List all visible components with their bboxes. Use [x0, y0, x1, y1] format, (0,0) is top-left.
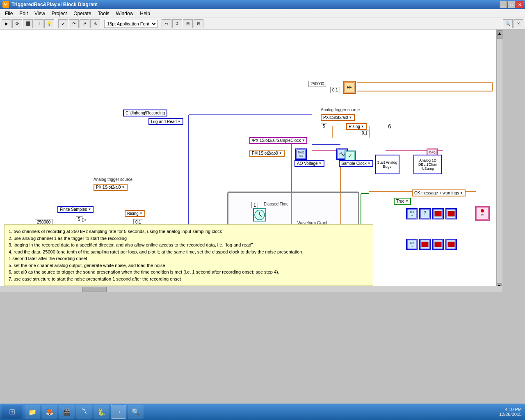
log-and-read-dropdown[interactable]: Log and Read ▼ — [148, 118, 183, 125]
menu-operate[interactable]: Operate — [70, 10, 94, 17]
svg-text:DAQ: DAQ — [298, 151, 304, 154]
main-diagram-area: 250000 0.1 ▶▶ Analog trigger source PXI1… — [0, 30, 502, 292]
svg-text:100: 100 — [410, 242, 414, 244]
note-6: 6. set ai0 as the source to trigger the … — [9, 269, 369, 276]
warn-button[interactable]: ⚠ — [90, 19, 100, 28]
num-01-top: 0.1 — [330, 87, 340, 93]
svg-text:⇌: ⇌ — [481, 213, 484, 217]
svg-rect-52 — [435, 242, 441, 247]
ao-voltage-dropdown[interactable]: AO Voltage ▼ — [294, 160, 324, 167]
menu-view[interactable]: View — [31, 10, 48, 17]
taskbar-python[interactable]: 🐍 — [94, 405, 109, 419]
vi-daqmx5: 100 ⇒ — [406, 208, 418, 219]
window-controls: _ □ ✕ — [500, 1, 523, 8]
menu-project[interactable]: Project — [48, 10, 70, 17]
app-icon: VI — [2, 1, 9, 8]
note-7: 7. use case structure to start the noise… — [9, 276, 369, 283]
taskbar: ⊞ 📁 🦊 🎬 〽 🐍 → 🔍 4:10 PM 12/26/2015 — [0, 404, 525, 420]
vi-daqmx6: ? — [419, 208, 431, 219]
pxi-sample-clock-dropdown-top[interactable]: /PXI1Slot2/ai/SampleClock ▼ — [249, 137, 307, 144]
analog-1d-dbl-block: Analog 1D DBL 1Chan NSamp — [413, 155, 442, 174]
maximize-button[interactable]: □ — [508, 1, 515, 8]
distribute-button[interactable]: ⇕ — [172, 19, 182, 28]
step6-label: 6 — [388, 123, 391, 130]
vi-icon-top-right: ▶▶ — [343, 81, 356, 94]
taskbar-date: 12/26/2015 — [499, 412, 522, 417]
elapsed-time-label: Elapsed Time — [264, 202, 289, 206]
highlight-button[interactable]: 💡 — [44, 19, 54, 28]
svg-rect-54 — [448, 242, 454, 247]
svg-rect-40 — [435, 211, 441, 216]
menu-help[interactable]: Help — [137, 10, 153, 17]
vscrollbar[interactable]: ▲ ▼ — [496, 30, 502, 292]
rising-dropdown-left[interactable]: Rising ▼ — [125, 210, 145, 217]
font-selector[interactable]: 15pt Application Font — [104, 20, 158, 28]
hscrollbar[interactable] — [0, 286, 502, 292]
align-button[interactable]: ⇔ — [162, 19, 171, 28]
taskbar-time: 4:10 PM — [505, 407, 522, 412]
vi-daqmx1: DAQ mx — [295, 148, 307, 160]
svg-text:⇒: ⇒ — [411, 214, 413, 217]
num-250000-top: 250000 — [308, 81, 326, 87]
num-5-left: 5 — [76, 216, 82, 222]
analog-trigger-source-label-left: Analog trigger source — [94, 177, 132, 182]
num-5-top: 5 — [321, 123, 327, 129]
note-3: 3. logging in the recorded data to a spe… — [9, 242, 369, 249]
pxi-ai0-dropdown-left[interactable]: PXI1Slot2/ai0 ▼ — [94, 184, 128, 191]
run-continuously-button[interactable]: ⟳ — [12, 19, 22, 28]
pxi-ai0-dropdown-top[interactable]: PXI1Slot2/ai0 ▼ — [321, 114, 355, 121]
menu-window[interactable]: Window — [113, 10, 137, 17]
vi-daqmx10 — [419, 239, 431, 250]
taskbar-matlab[interactable]: 〽 — [76, 405, 92, 419]
pause-button[interactable]: ⏸ — [34, 19, 43, 28]
svg-text:100: 100 — [410, 211, 414, 213]
menu-file[interactable]: File — [2, 10, 16, 17]
taskbar-explorer[interactable]: 📁 — [25, 405, 40, 419]
minimize-button[interactable]: _ — [500, 1, 507, 8]
title-bar: VI TriggeredRec&Play.vi Block Diagram _ … — [0, 0, 525, 9]
vi-daqmx9: 100 ⇒ — [406, 239, 418, 250]
toolbar: ▶ ⟳ ⬛ ⏸ 💡 ↙ ↷ ↗ ⚠ 15pt Application Font … — [0, 18, 525, 30]
note-1: 1. two channels of recording at 250 kHz … — [9, 228, 369, 235]
pxi-ao0-dropdown[interactable]: PXI1Slot2/ao0 ▼ — [249, 150, 285, 157]
svg-text:mx: mx — [299, 155, 303, 158]
start-analog-edge-top: Start Analog Edge — [375, 155, 399, 174]
resize-button[interactable]: ⊞ — [183, 19, 193, 28]
run-button[interactable]: ▶ — [2, 19, 11, 28]
note-2: 2. use analog channel 1 as the trigger t… — [9, 235, 369, 242]
step-out-button[interactable]: ↗ — [80, 19, 89, 28]
help-button[interactable]: ? — [514, 19, 523, 28]
sample-clock-dropdown-top[interactable]: Sample Clock ▼ — [339, 160, 373, 167]
filepath-node[interactable]: C:\Jinhong\Recording — [123, 110, 167, 116]
taskbar-media[interactable]: 🎬 — [59, 405, 75, 419]
svg-text:?: ? — [424, 211, 426, 215]
abort-button[interactable]: ⬛ — [23, 19, 33, 28]
vi-daqmx12 — [445, 239, 457, 250]
search-button[interactable]: 🔍 — [503, 19, 513, 28]
note-4: 4. read the data, 25000 (one tenth of th… — [9, 249, 369, 256]
taskbar-firefox[interactable]: 🦊 — [42, 405, 57, 419]
notes-area: 1. two channels of recording at 250 kHz … — [4, 224, 373, 286]
rising-dropdown-top[interactable]: Rising ▼ — [346, 123, 367, 130]
svg-text:⇒: ⇒ — [411, 245, 413, 247]
menu-edit[interactable]: Edit — [16, 10, 31, 17]
step-into-button[interactable]: ↙ — [58, 19, 68, 28]
finite-samples-dropdown[interactable]: Finite Samples ▼ — [57, 206, 94, 213]
svg-point-44 — [481, 209, 484, 212]
reorder-button[interactable]: ⊟ — [194, 19, 203, 28]
step-over-button[interactable]: ↷ — [69, 19, 79, 28]
note-4b: 1 second later after the recording onset — [9, 255, 369, 262]
start-button[interactable]: ⊞ — [2, 405, 22, 419]
num-01-top2: 0.1 — [360, 130, 370, 136]
taskbar-labview[interactable]: → — [111, 405, 126, 419]
hscrollbar-thumb[interactable] — [82, 287, 107, 292]
ok-msg-dropdown[interactable]: OK message + warnings ▼ — [412, 189, 466, 196]
vscrollbar-thumb[interactable]: ▲ — [497, 30, 502, 39]
vi-daqmx11 — [432, 239, 444, 250]
menu-tools[interactable]: Tools — [95, 10, 113, 17]
note-5: 5. set the one channel analog output, ge… — [9, 262, 369, 269]
close-button[interactable]: ✕ — [516, 1, 523, 8]
true-ctrl[interactable]: True ▼ — [394, 198, 411, 205]
vi-daqmx7 — [432, 208, 444, 219]
taskbar-search[interactable]: 🔍 — [128, 405, 144, 419]
